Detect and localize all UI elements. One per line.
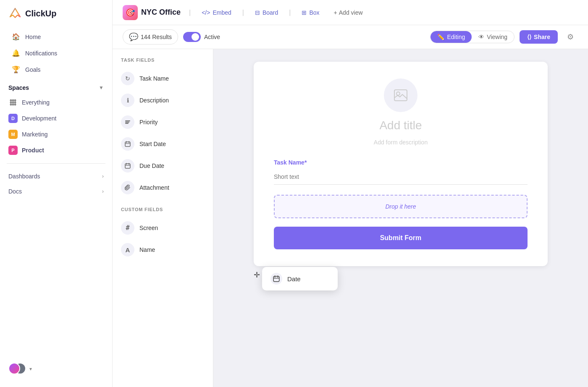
topbar-separator-1: | bbox=[189, 9, 191, 16]
spaces-section-header[interactable]: Spaces ▼ bbox=[0, 78, 112, 94]
drop-zone[interactable]: Drop it here bbox=[274, 195, 528, 218]
sidebar-item-development[interactable]: D Development bbox=[0, 110, 112, 126]
svg-rect-13 bbox=[125, 142, 130, 146]
user-avatar-1 bbox=[8, 363, 20, 374]
priority-icon bbox=[121, 115, 134, 129]
active-label: Active bbox=[204, 34, 220, 40]
form-card: Add title Add form description Task Name… bbox=[254, 62, 548, 266]
description-icon: ℹ bbox=[121, 94, 134, 107]
user-menu-chevron[interactable]: ▾ bbox=[29, 366, 32, 372]
sidebar-item-marketing[interactable]: M Marketing bbox=[0, 126, 112, 142]
sidebar-item-label-notifications: Notifications bbox=[25, 50, 57, 57]
fields-panel: TASK FIELDS ↻ Task Name ℹ Description Pr… bbox=[113, 49, 213, 387]
docs-label: Docs bbox=[8, 188, 22, 195]
submit-form-button[interactable]: Submit Form bbox=[274, 227, 528, 249]
user-avatar-group bbox=[8, 363, 26, 375]
box-grid-icon: ⊞ bbox=[302, 9, 307, 16]
viewing-mode-button[interactable]: 👁 Viewing bbox=[472, 31, 514, 43]
task-name-field-label: Task Name* bbox=[274, 159, 528, 166]
task-name-label: Task Name bbox=[139, 75, 169, 82]
editing-label: Editing bbox=[447, 34, 465, 40]
embed-view-button[interactable]: </> Embed bbox=[196, 7, 237, 18]
required-marker: * bbox=[304, 159, 307, 166]
field-item-attachment[interactable]: Attachment bbox=[113, 177, 213, 199]
sidebar-item-label-development: Development bbox=[22, 115, 57, 122]
trophy-icon: 🏆 bbox=[12, 65, 20, 73]
eye-icon: 👁 bbox=[478, 34, 484, 40]
settings-button[interactable]: ⚙ bbox=[563, 29, 578, 44]
drag-date-icon bbox=[270, 273, 282, 285]
sidebar-item-notifications[interactable]: 🔔 Notifications bbox=[3, 45, 109, 61]
user-area: ▾ bbox=[0, 358, 112, 380]
form-header: Add title Add form description bbox=[274, 78, 528, 146]
sidebar-item-label-product: Product bbox=[22, 147, 44, 154]
field-item-screen[interactable]: # Screen bbox=[113, 217, 213, 239]
svg-point-1 bbox=[10, 99, 12, 102]
screen-icon: # bbox=[121, 221, 134, 235]
everything-grid-icon bbox=[8, 98, 18, 107]
development-avatar: D bbox=[8, 114, 18, 123]
viewing-label: Viewing bbox=[487, 34, 507, 40]
due-date-label: Due Date bbox=[139, 162, 164, 169]
add-view-label: Add view bbox=[339, 9, 363, 16]
share-icon: ⟨⟩ bbox=[527, 34, 531, 40]
box-view-button[interactable]: ⊞ Box bbox=[296, 7, 325, 18]
add-view-button[interactable]: + Add view bbox=[329, 7, 368, 18]
embed-code-icon: </> bbox=[202, 9, 210, 16]
svg-point-4 bbox=[10, 102, 12, 104]
editing-mode-button[interactable]: ✏️ Editing bbox=[430, 31, 472, 43]
embed-label: Embed bbox=[213, 9, 231, 16]
custom-fields-title: CUSTOM FIELDS bbox=[113, 207, 213, 217]
attachment-label: Attachment bbox=[139, 184, 169, 191]
bell-icon: 🔔 bbox=[12, 49, 20, 57]
board-icon: ⊟ bbox=[255, 9, 260, 16]
drag-item[interactable]: Date bbox=[262, 267, 338, 290]
gear-icon: ⚙ bbox=[567, 32, 574, 42]
drag-item-label: Date bbox=[287, 275, 301, 282]
board-view-button[interactable]: ⊟ Board bbox=[249, 7, 284, 18]
task-name-field: Task Name* bbox=[274, 159, 528, 185]
results-badge[interactable]: 💬 144 Results bbox=[123, 29, 178, 44]
drag-cursor-icon: ✛ bbox=[254, 270, 260, 280]
share-button[interactable]: ⟨⟩ Share bbox=[520, 30, 558, 44]
field-item-start-date[interactable]: Start Date bbox=[113, 133, 213, 155]
task-fields-title: TASK FIELDS bbox=[113, 58, 213, 68]
sidebar-item-docs[interactable]: Docs › bbox=[0, 184, 112, 199]
sidebar-item-goals[interactable]: 🏆 Goals bbox=[3, 61, 109, 78]
topbar: 🎯 NYC Office | </> Embed | ⊟ Board | ⊞ B… bbox=[113, 0, 588, 25]
field-item-name[interactable]: A Name bbox=[113, 239, 213, 261]
priority-label: Priority bbox=[139, 119, 158, 126]
sidebar-item-product[interactable]: P Product bbox=[0, 142, 112, 158]
field-item-due-date[interactable]: Due Date bbox=[113, 155, 213, 177]
name-icon: A bbox=[121, 243, 134, 256]
description-label: Description bbox=[139, 97, 169, 104]
topbar-separator-2: | bbox=[242, 9, 244, 16]
svg-point-5 bbox=[12, 102, 14, 104]
due-date-icon bbox=[121, 159, 134, 173]
spaces-label: Spaces bbox=[8, 84, 29, 91]
drop-zone-label: Drop it here bbox=[385, 203, 416, 210]
field-item-description[interactable]: ℹ Description bbox=[113, 89, 213, 111]
screen-label: Screen bbox=[139, 225, 158, 231]
sidebar-item-dashboards[interactable]: Dashboards › bbox=[0, 169, 112, 184]
sidebar-item-label-home: Home bbox=[25, 34, 41, 40]
dashboards-label: Dashboards bbox=[8, 173, 40, 180]
spaces-chevron-icon: ▼ bbox=[99, 85, 104, 91]
svg-point-2 bbox=[12, 99, 14, 102]
toggle-switch[interactable] bbox=[183, 32, 201, 42]
start-date-label: Start Date bbox=[139, 141, 166, 147]
task-name-input[interactable] bbox=[274, 169, 528, 185]
svg-rect-17 bbox=[125, 164, 130, 168]
field-item-priority[interactable]: Priority bbox=[113, 111, 213, 133]
svg-point-22 bbox=[396, 92, 400, 95]
toolbar: 💬 144 Results Active ✏️ Editing 👁 Viewin… bbox=[113, 25, 588, 49]
sidebar-item-home[interactable]: 🏠 Home bbox=[3, 29, 109, 45]
active-toggle: Active bbox=[183, 32, 220, 42]
svg-point-9 bbox=[14, 104, 16, 106]
docs-chevron-icon: › bbox=[102, 188, 104, 194]
form-area: Add title Add form description Task Name… bbox=[213, 49, 588, 387]
space-title: NYC Office bbox=[141, 8, 181, 17]
field-item-task-name[interactable]: ↻ Task Name bbox=[113, 68, 213, 89]
sidebar-item-everything[interactable]: Everything bbox=[0, 94, 112, 110]
share-label: Share bbox=[534, 34, 550, 40]
